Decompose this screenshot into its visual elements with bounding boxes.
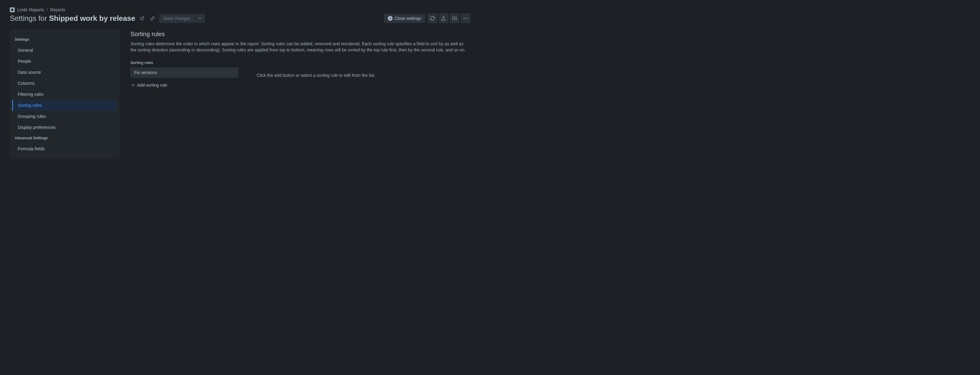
- sidebar-item-sorting-rules[interactable]: Sorting rules: [12, 100, 117, 111]
- main-description: Sorting rules determine the order in whi…: [130, 41, 470, 53]
- sidebar-item-people[interactable]: People: [12, 56, 117, 67]
- page-title-name: Shipped work by release: [49, 14, 135, 22]
- download-icon[interactable]: [439, 13, 449, 23]
- sidebar-item-display-preferences[interactable]: Display preferences: [12, 122, 117, 133]
- open-external-icon[interactable]: [138, 15, 146, 22]
- breadcrumb-separator: /: [46, 7, 48, 12]
- plus-icon: [131, 83, 135, 87]
- add-sorting-rule-label: Add sorting rule: [137, 83, 167, 87]
- rules-hint: Click the add button or select a sorting…: [257, 60, 375, 89]
- close-icon: [388, 16, 393, 21]
- sliders-icon[interactable]: [450, 13, 460, 23]
- svg-point-13: [464, 18, 465, 19]
- settings-sidebar: Settings General People Data source Colu…: [10, 29, 119, 159]
- sidebar-item-grouping-rules[interactable]: Grouping rules: [12, 111, 117, 122]
- sorting-rule-item[interactable]: Fix versions: [130, 67, 238, 78]
- header-row: Settings for Shipped work by release Sav…: [10, 13, 470, 23]
- svg-point-14: [465, 18, 466, 19]
- sidebar-item-general[interactable]: General: [12, 45, 117, 56]
- breadcrumb-section-link[interactable]: Reports: [50, 7, 65, 12]
- save-dropdown-button[interactable]: [195, 14, 205, 23]
- sidebar-heading-advanced: Advanced Settings: [10, 133, 119, 143]
- app-logo-icon: [10, 7, 15, 12]
- sidebar-heading-settings: Settings: [10, 34, 119, 45]
- breadcrumb: Limbr Reports / Reports: [10, 7, 470, 12]
- sidebar-item-filtering-rules[interactable]: Filtering rules: [12, 89, 117, 100]
- sidebar-item-data-source[interactable]: Data source: [12, 67, 117, 78]
- rules-list-label: Sorting rules: [130, 60, 238, 65]
- main-title: Sorting rules: [130, 30, 470, 38]
- close-settings-label: Close settings: [395, 16, 422, 21]
- svg-line-0: [142, 17, 143, 19]
- close-settings-button[interactable]: Close settings: [384, 14, 425, 23]
- copy-link-icon[interactable]: [149, 15, 156, 22]
- sidebar-item-columns[interactable]: Columns: [12, 78, 117, 89]
- page-title: Settings for Shipped work by release: [10, 14, 135, 23]
- more-icon[interactable]: [461, 13, 470, 23]
- svg-point-15: [466, 18, 467, 19]
- breadcrumb-app-link[interactable]: Limbr Reports: [17, 7, 44, 12]
- save-button[interactable]: Save changes: [159, 14, 195, 23]
- page-title-prefix: Settings for: [10, 14, 49, 22]
- sidebar-item-formula-fields[interactable]: Formula fields: [12, 143, 117, 154]
- add-sorting-rule-button[interactable]: Add sorting rule: [130, 81, 238, 89]
- refresh-icon[interactable]: [428, 13, 438, 23]
- main-panel: Sorting rules Sorting rules determine th…: [130, 29, 470, 159]
